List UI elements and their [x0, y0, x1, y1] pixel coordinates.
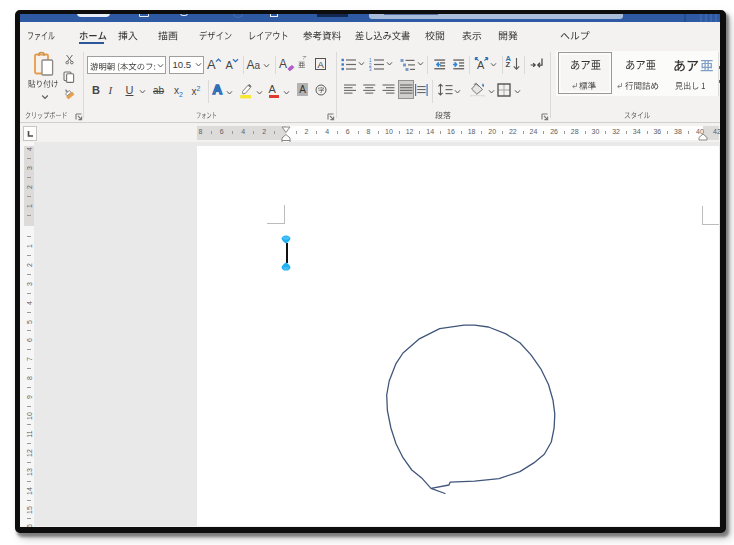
svg-text:3: 3 [369, 67, 372, 71]
